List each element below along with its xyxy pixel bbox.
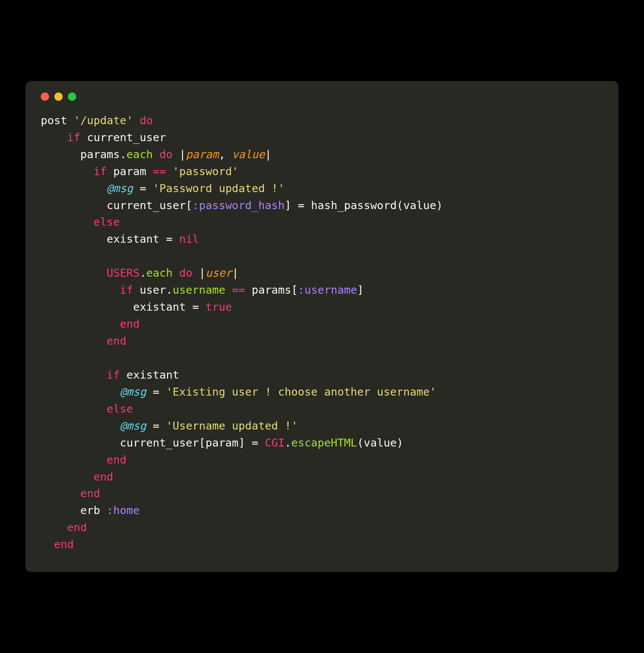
code-line: USERS.each do |user| xyxy=(41,265,603,282)
code-token: end xyxy=(107,334,126,347)
code-token: do xyxy=(159,148,173,161)
code-token xyxy=(225,283,232,296)
code-token: @msg xyxy=(120,385,146,398)
code-token: (value) xyxy=(357,436,403,449)
code-token: , xyxy=(219,148,232,161)
code-token: current_user xyxy=(80,131,166,144)
code-token: existant = xyxy=(133,300,205,313)
code-token: end xyxy=(107,453,126,466)
code-token: @msg xyxy=(120,419,146,432)
code-token: USERS xyxy=(107,266,140,279)
code-token: :home xyxy=(107,504,140,517)
code-token: existant xyxy=(120,368,179,381)
code-window: post '/update' do if current_user params… xyxy=(26,81,618,572)
code-token: value xyxy=(232,148,265,161)
code-token: . xyxy=(140,266,146,279)
code-line: end xyxy=(41,451,603,468)
code-token: if xyxy=(107,368,120,381)
code-token: ] xyxy=(357,283,364,296)
code-token: do xyxy=(179,266,193,279)
code-line: existant = nil xyxy=(41,231,603,248)
code-token: end xyxy=(120,317,140,330)
code-line: @msg = 'Existing user ! choose another u… xyxy=(41,383,603,400)
code-token xyxy=(173,266,179,279)
code-token xyxy=(133,114,139,127)
code-line: existant = true xyxy=(41,299,603,316)
code-token: each xyxy=(146,266,173,279)
code-token: post xyxy=(41,114,74,127)
code-line: if existant xyxy=(41,367,603,383)
code-token: params. xyxy=(80,148,126,161)
code-token: 'Existing user ! choose another username… xyxy=(166,385,436,398)
code-line: end xyxy=(41,536,603,553)
code-token: current_user[param] = xyxy=(120,436,265,449)
code-token: | xyxy=(173,148,186,161)
code-token: end xyxy=(54,538,74,551)
code-token: param xyxy=(107,165,153,178)
code-token: :password_hash xyxy=(193,199,285,212)
code-line: end xyxy=(41,519,603,536)
code-line xyxy=(41,350,603,367)
code-token: user. xyxy=(133,283,173,296)
code-token: username xyxy=(173,283,225,296)
code-token: each xyxy=(126,148,153,161)
code-token xyxy=(166,165,173,178)
code-line: current_user[param] = CGI.escapeHTML(val… xyxy=(41,434,603,451)
code-token: if xyxy=(120,283,133,296)
code-token: '/update' xyxy=(74,114,133,127)
code-line: post '/update' do xyxy=(41,112,603,129)
code-token: == xyxy=(153,165,166,178)
code-token: . xyxy=(285,436,291,449)
code-token: :username xyxy=(298,283,357,296)
code-token: params[ xyxy=(245,283,298,296)
code-token: 'password' xyxy=(173,165,239,178)
code-line: end xyxy=(41,316,603,333)
code-token: @msg xyxy=(107,182,133,195)
close-icon[interactable] xyxy=(41,92,49,101)
code-line: @msg = 'Username updated !' xyxy=(41,417,603,434)
code-line: if user.username == params[:username] xyxy=(41,282,603,299)
code-token xyxy=(153,148,159,161)
code-token: true xyxy=(206,300,232,313)
code-token: user xyxy=(206,266,232,279)
code-token xyxy=(41,249,47,262)
code-token: = xyxy=(146,385,166,398)
code-line: end xyxy=(41,485,603,502)
code-token: 'Password updated !' xyxy=(153,182,285,195)
window-traffic-lights xyxy=(41,92,603,101)
code-token: = xyxy=(146,419,166,432)
code-line: if param == 'password' xyxy=(41,163,603,180)
code-line: current_user[:password_hash] = hash_pass… xyxy=(41,197,603,214)
code-token: ] = hash_password(value) xyxy=(285,199,443,212)
code-line: params.each do |param, value| xyxy=(41,146,603,163)
code-token: = xyxy=(133,182,153,195)
code-token: | xyxy=(193,266,206,279)
code-token: existant = xyxy=(107,233,179,245)
code-token: if xyxy=(67,131,80,144)
code-token: escapeHTML xyxy=(291,436,357,449)
code-line: end xyxy=(41,333,603,350)
code-token: if xyxy=(94,165,107,178)
code-line: @msg = 'Password updated !' xyxy=(41,180,603,197)
code-token: | xyxy=(232,266,238,279)
code-line: erb :home xyxy=(41,502,603,519)
code-token: erb xyxy=(80,504,107,517)
code-token: end xyxy=(94,470,113,483)
code-line: end xyxy=(41,468,603,485)
code-token: end xyxy=(67,521,87,534)
code-token: end xyxy=(80,487,100,500)
code-token: 'Username updated !' xyxy=(166,419,298,432)
code-line xyxy=(41,248,603,265)
code-line: if current_user xyxy=(41,129,603,146)
code-token: do xyxy=(140,114,153,127)
code-line: else xyxy=(41,214,603,231)
code-token: else xyxy=(107,402,133,415)
code-token: CGI xyxy=(265,436,285,449)
code-token: current_user[ xyxy=(107,199,193,212)
code-token: else xyxy=(94,216,120,228)
minimize-icon[interactable] xyxy=(54,92,63,101)
code-token: | xyxy=(265,148,271,161)
code-line: else xyxy=(41,400,603,417)
maximize-icon[interactable] xyxy=(68,92,76,101)
code-token: == xyxy=(232,283,245,296)
